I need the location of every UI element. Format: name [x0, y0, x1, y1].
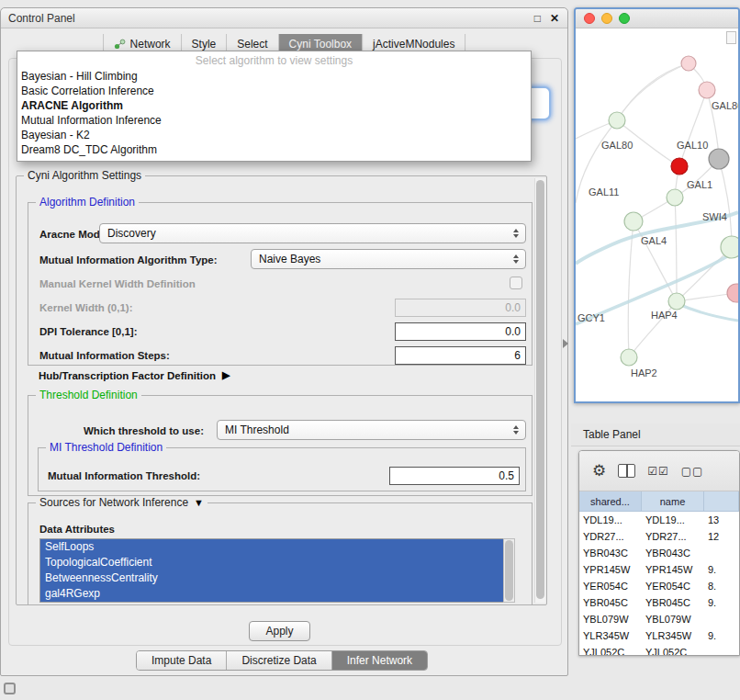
node-label: GAL80: [601, 140, 633, 151]
cell-shared: YJL052C: [579, 647, 642, 656]
control-panel-titlebar[interactable]: Control Panel □ ✕: [1, 8, 567, 28]
mi-threshold-definition-group: MI Threshold Definition Mutual Informati…: [38, 447, 526, 491]
tab-label: Cyni Toolbox: [289, 38, 352, 51]
dropdown-item-mutual-information[interactable]: Mutual Information Inference: [17, 113, 531, 128]
table-panel-header: Table Panel: [571, 423, 740, 446]
table-panel-title: Table Panel: [583, 428, 641, 441]
table-row[interactable]: YDR27... YDR27... 12: [579, 528, 739, 545]
network-node-selected[interactable]: [671, 158, 688, 175]
dropdown-item-dream8[interactable]: Dream8 DC_TDC Algorithm: [17, 142, 531, 157]
hub-definition-expander[interactable]: Hub/Transcription Factor Definition ▶: [39, 369, 230, 381]
window-title: Control Panel: [8, 12, 75, 25]
network-node[interactable]: [709, 149, 729, 169]
network-node[interactable]: [667, 189, 683, 206]
network-node[interactable]: [727, 284, 738, 302]
network-node[interactable]: [668, 293, 685, 310]
apply-button[interactable]: Apply: [249, 621, 310, 641]
cell-name: YBR045C: [642, 597, 704, 608]
cell-shared: YLR345W: [579, 630, 642, 641]
list-item-topologicalcoefficient[interactable]: TopologicalCoefficient: [40, 555, 503, 570]
mi-threshold-definition-title: MI Threshold Definition: [46, 441, 166, 454]
network-window-titlebar[interactable]: [576, 9, 738, 28]
network-node[interactable]: [681, 56, 696, 71]
list-scrollbar[interactable]: [503, 538, 515, 603]
minimized-panel-icon[interactable]: [4, 683, 16, 694]
mi-steps-field[interactable]: 6: [395, 346, 526, 365]
dpi-tolerance-field[interactable]: 0.0: [395, 322, 526, 341]
cell-extra: 12: [704, 531, 739, 542]
network-canvas[interactable]: GAL80 GAL80 GAL10 GAL11 GAL1 SWI4 GAL4 G…: [576, 28, 738, 401]
float-window-icon[interactable]: □: [534, 11, 541, 26]
close-window-icon[interactable]: ✕: [550, 11, 559, 26]
minimize-traffic-light-icon[interactable]: [601, 13, 612, 24]
mi-algorithm-type-label: Mutual Information Algorithm Type:: [39, 254, 218, 265]
table-row[interactable]: YPR145W YPR145W 9.: [579, 561, 739, 578]
table-row[interactable]: YJL052C YJL052C: [579, 644, 739, 656]
tab-infer-network[interactable]: Infer Network: [332, 651, 427, 670]
data-attributes-list[interactable]: SelfLoops TopologicalCoefficient Between…: [39, 538, 503, 603]
cell-extra: 13: [704, 514, 739, 525]
network-node[interactable]: [624, 212, 643, 231]
column-header-shared[interactable]: shared...: [579, 491, 642, 511]
column-header-extra[interactable]: [704, 491, 739, 511]
scrollbar-thumb[interactable]: [536, 180, 544, 599]
scrollbar-corner[interactable]: [726, 31, 736, 44]
node-label: HAP2: [631, 367, 657, 378]
kernel-width-field[interactable]: 0.0: [395, 299, 526, 317]
table-row[interactable]: YBR043C YBR043C: [579, 545, 739, 561]
dropdown-item-bayesian-hill-climbing[interactable]: Bayesian - Hill Climbing: [17, 69, 531, 84]
network-node[interactable]: [699, 82, 715, 98]
gear-icon[interactable]: ⚙: [592, 461, 606, 480]
mi-algorithm-type-value: Naive Bayes: [259, 253, 509, 265]
node-label: HAP4: [651, 310, 678, 321]
panel-splitter-arrow[interactable]: [563, 339, 568, 348]
list-item-betweennesscentrality[interactable]: BetweennessCentrality: [40, 570, 503, 586]
close-traffic-light-icon[interactable]: [584, 13, 595, 24]
cell-extra: 9.: [704, 564, 739, 575]
which-threshold-label: Which threshold to use:: [84, 425, 204, 436]
cell-name: YPR145W: [642, 564, 704, 575]
network-graph: GAL80 GAL80 GAL10 GAL11 GAL1 SWI4 GAL4 G…: [576, 28, 738, 403]
select-columns-icon[interactable]: ☑☑: [647, 465, 669, 478]
cell-shared: YDR27...: [579, 531, 642, 542]
dropdown-item-basic-correlation[interactable]: Basic Correlation Inference: [17, 84, 531, 98]
mi-threshold-label: Mutual Information Threshold:: [48, 470, 200, 481]
settings-scrollbar[interactable]: [534, 178, 545, 603]
aracne-mode-value: Discovery: [107, 227, 509, 240]
dropdown-item-aracne[interactable]: ARACNE Algorithm: [17, 98, 531, 113]
dropdown-item-bayesian-k2[interactable]: Bayesian - K2: [17, 128, 531, 142]
node-label: GAL1: [687, 179, 712, 190]
table-row[interactable]: YBR045C YBR045C 9.: [579, 594, 739, 611]
zoom-traffic-light-icon[interactable]: [619, 13, 630, 24]
list-item-selfloops[interactable]: SelfLoops: [40, 539, 503, 555]
aracne-mode-select[interactable]: Discovery: [99, 223, 526, 243]
cell-name: YER054C: [642, 581, 704, 592]
table-row[interactable]: YLR345W YLR345W 9.: [579, 627, 739, 644]
tab-impute-data[interactable]: Impute Data: [137, 651, 227, 670]
scrollbar-thumb[interactable]: [505, 540, 513, 601]
table-row[interactable]: YER054C YER054C 8.: [579, 578, 739, 594]
column-header-name[interactable]: name: [642, 491, 704, 511]
tab-discretize-data[interactable]: Discretize Data: [227, 651, 331, 670]
mi-algorithm-type-select[interactable]: Naive Bayes: [251, 249, 526, 269]
table-row[interactable]: YBL079W YBL079W: [579, 611, 739, 627]
node-label: GCY1: [577, 312, 605, 323]
algorithm-definition-group: Algorithm Definition Aracne Mode: Discov…: [28, 202, 533, 366]
threshold-definition-group: Threshold Definition Which threshold to …: [28, 395, 533, 496]
sources-group-title[interactable]: Sources for Network Inference ▼: [36, 496, 207, 509]
mi-threshold-field[interactable]: 0.5: [389, 467, 520, 485]
cell-shared: YBL079W: [579, 614, 642, 625]
table-toolbar: ⚙ ☑☑ ▢▢: [579, 451, 739, 491]
which-threshold-select[interactable]: MI Threshold: [217, 420, 526, 440]
manual-kernel-width-checkbox[interactable]: [510, 277, 522, 289]
network-node[interactable]: [621, 349, 637, 366]
cell-name: YDR27...: [642, 531, 704, 542]
mi-steps-label: Mutual Information Steps:: [39, 350, 170, 361]
columns-icon[interactable]: [618, 464, 635, 478]
deselect-columns-icon[interactable]: ▢▢: [681, 465, 704, 478]
table-row[interactable]: YDL19... YDL19... 13: [579, 512, 739, 528]
network-node[interactable]: [721, 236, 738, 258]
threshold-definition-title: Threshold Definition: [36, 389, 141, 401]
network-node[interactable]: [609, 112, 625, 129]
list-item-gal4rgexp[interactable]: gal4RGexp: [40, 586, 503, 602]
